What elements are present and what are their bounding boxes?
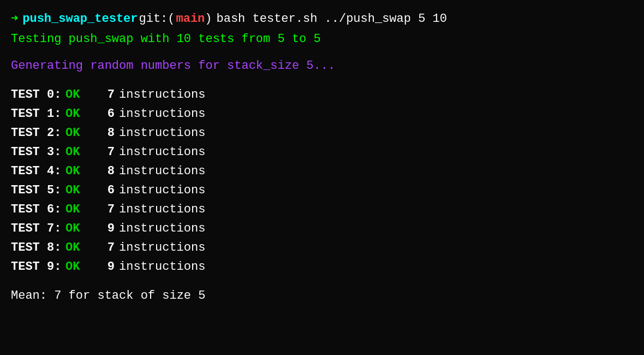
test-label: TEST 7: xyxy=(11,220,65,238)
table-row: TEST 9:OK9instructions xyxy=(11,258,633,276)
mean-line: Mean: 7 for stack of size 5 xyxy=(11,287,633,305)
test-label: TEST 1: xyxy=(11,105,65,123)
prompt-line: ➜ push_swap_tester git:( main ) bash tes… xyxy=(11,10,633,28)
table-row: TEST 3:OK7instructions xyxy=(11,143,633,161)
generating-line: Generating random numbers for stack_size… xyxy=(11,57,633,75)
table-row: TEST 4:OK8instructions xyxy=(11,162,633,180)
test-count: 8 xyxy=(93,162,115,180)
command-text: bash tester.sh ../push_swap 5 10 xyxy=(217,10,447,28)
test-status: OK xyxy=(65,220,93,238)
test-count: 8 xyxy=(93,124,115,142)
test-status: OK xyxy=(65,162,93,180)
table-row: TEST 5:OK6instructions xyxy=(11,181,633,199)
table-row: TEST 7:OK9instructions xyxy=(11,220,633,238)
test-label: TEST 0: xyxy=(11,86,65,104)
test-instructions: instructions xyxy=(119,143,205,161)
test-instructions: instructions xyxy=(119,200,205,218)
test-count: 7 xyxy=(93,200,115,218)
test-count: 7 xyxy=(93,143,115,161)
testing-line: Testing push_swap with 10 tests from 5 t… xyxy=(11,30,633,48)
test-instructions: instructions xyxy=(119,258,205,276)
git-label: git:( xyxy=(139,10,175,28)
test-count: 7 xyxy=(93,86,115,104)
table-row: TEST 2:OK8instructions xyxy=(11,124,633,142)
test-status: OK xyxy=(65,181,93,199)
table-row: TEST 1:OK6instructions xyxy=(11,105,633,123)
test-status: OK xyxy=(65,239,93,257)
test-instructions: instructions xyxy=(119,124,205,142)
test-count: 9 xyxy=(93,258,115,276)
test-status: OK xyxy=(65,258,93,276)
test-label: TEST 3: xyxy=(11,143,65,161)
test-label: TEST 5: xyxy=(11,181,65,199)
table-row: TEST 6:OK7instructions xyxy=(11,200,633,218)
terminal-window: ➜ push_swap_tester git:( main ) bash tes… xyxy=(11,10,633,305)
test-label: TEST 2: xyxy=(11,124,65,142)
test-status: OK xyxy=(65,143,93,161)
test-status: OK xyxy=(65,105,93,123)
test-count: 6 xyxy=(93,105,115,123)
test-label: TEST 8: xyxy=(11,239,65,257)
test-label: TEST 6: xyxy=(11,200,65,218)
test-label: TEST 9: xyxy=(11,258,65,276)
directory-name: push_swap_tester xyxy=(22,10,138,28)
table-row: TEST 0:OK7instructions xyxy=(11,86,633,104)
prompt-arrow: ➜ xyxy=(11,10,18,28)
test-label: TEST 4: xyxy=(11,162,65,180)
table-row: TEST 8:OK7instructions xyxy=(11,239,633,257)
test-count: 6 xyxy=(93,181,115,199)
test-instructions: instructions xyxy=(119,105,205,123)
test-status: OK xyxy=(65,200,93,218)
test-instructions: instructions xyxy=(119,239,205,257)
test-instructions: instructions xyxy=(119,162,205,180)
test-instructions: instructions xyxy=(119,86,205,104)
test-instructions: instructions xyxy=(119,181,205,199)
test-results: TEST 0:OK7instructionsTEST 1:OK6instruct… xyxy=(11,86,633,276)
git-branch: main xyxy=(176,10,205,28)
test-status: OK xyxy=(65,124,93,142)
git-paren: ) xyxy=(205,10,212,28)
test-status: OK xyxy=(65,86,93,104)
test-instructions: instructions xyxy=(119,220,205,238)
test-count: 9 xyxy=(93,220,115,238)
test-count: 7 xyxy=(93,239,115,257)
